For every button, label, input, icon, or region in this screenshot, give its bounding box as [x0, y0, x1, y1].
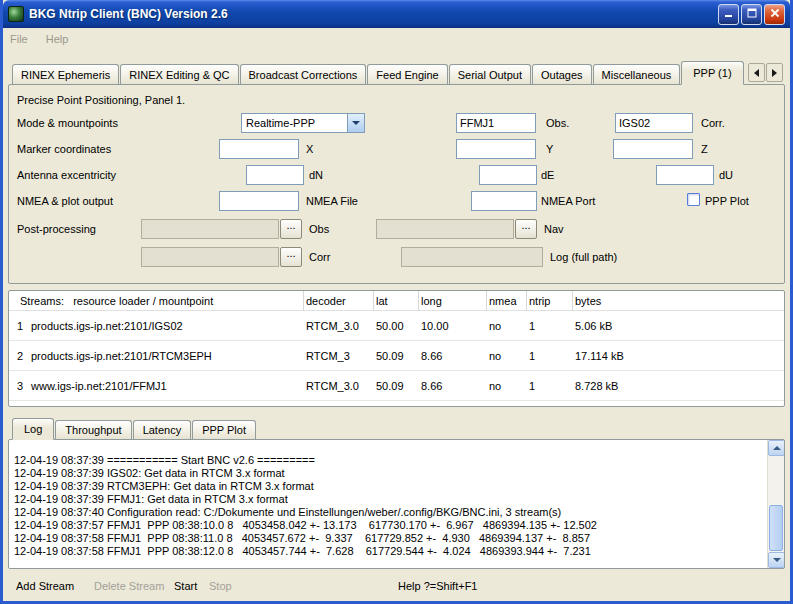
stream-decoder: RTCM_3.0: [304, 380, 374, 392]
post-log-path-input[interactable]: [401, 247, 543, 267]
antenna-excentricity-label: Antenna excentricity: [17, 168, 116, 182]
tab-feed-engine[interactable]: Feed Engine: [367, 64, 447, 84]
mode-mountpoints-label: Mode & mountpoints: [17, 116, 118, 130]
ppp-mode-select[interactable]: Realtime-PPP: [241, 113, 365, 133]
marker-y-input[interactable]: [456, 139, 536, 159]
arrow-left-icon: [754, 69, 759, 77]
marker-x-input[interactable]: [219, 139, 299, 159]
nmea-port-label: NMEA Port: [541, 194, 595, 208]
nmea-plot-output-label: NMEA & plot output: [17, 194, 113, 208]
tab-outages[interactable]: Outages: [532, 64, 592, 84]
stream-row[interactable]: 3 www.igs-ip.net:2101/FFMJ1 RTCM_3.0 50.…: [9, 371, 784, 401]
delete-stream-button[interactable]: Delete Stream: [94, 580, 164, 592]
ppp-plot-label: PPP Plot: [705, 194, 749, 208]
post-nav-label: Nav: [544, 222, 564, 236]
y-label: Y: [546, 142, 553, 156]
stream-row[interactable]: 2 products.igs-ip.net:2101/RTCM3EPH RTCM…: [9, 341, 784, 371]
tab-serial-output[interactable]: Serial Output: [449, 64, 531, 84]
post-obs-path-input[interactable]: [141, 219, 279, 239]
tab-scroll-left-button[interactable]: [748, 63, 765, 82]
top-tab-bar: RINEX Ephemeris RINEX Editing & QC Broad…: [8, 60, 785, 84]
stream-ntrip: 1: [527, 320, 573, 332]
marker-coordinates-label: Marker coordinates: [17, 142, 111, 156]
stream-nmea: no: [487, 320, 527, 332]
dropdown-button[interactable]: [347, 114, 364, 132]
log-content: 12-04-19 08:37:39 =========== Start BNC …: [14, 454, 764, 558]
post-processing-label: Post-processing: [17, 222, 96, 236]
minimize-icon: [724, 8, 734, 20]
tab-throughput[interactable]: Throughput: [55, 420, 131, 439]
nmea-port-input[interactable]: [471, 191, 537, 211]
obs-mountpoint-input[interactable]: [456, 113, 536, 133]
streams-header-row: Streams: resource loader / mountpoint de…: [9, 291, 784, 311]
scroll-down-button[interactable]: [768, 552, 785, 568]
stream-long: 10.00: [419, 320, 487, 332]
tab-miscellaneous[interactable]: Miscellaneous: [593, 64, 681, 84]
post-corr-path-input[interactable]: [141, 247, 279, 267]
row-number: 3: [9, 380, 31, 392]
z-label: Z: [701, 142, 708, 156]
log-line: 12-04-19 08:37:39 RTCM3EPH: Get data in …: [14, 480, 764, 493]
row-number: 2: [9, 350, 31, 362]
stream-nmea: no: [487, 380, 527, 392]
add-stream-button[interactable]: Add Stream: [16, 580, 74, 592]
tab-ppp-1[interactable]: PPP (1): [681, 61, 743, 85]
scrollbar-thumb[interactable]: [769, 505, 783, 551]
stream-long: 8.66: [419, 380, 487, 392]
body-area: RINEX Ephemeris RINEX Editing & QC Broad…: [3, 50, 790, 601]
arrow-right-icon: [772, 69, 777, 77]
post-nav-browse-button[interactable]: ...: [515, 219, 537, 239]
ppp-panel: Precise Point Positioning, Panel 1. Mode…: [8, 84, 785, 284]
ppp-plot-checkbox[interactable]: [687, 193, 700, 206]
app-icon: [8, 6, 24, 22]
menu-help[interactable]: Help: [46, 33, 69, 45]
window-title: BKG Ntrip Client (BNC) Version 2.6: [29, 7, 228, 21]
title-bar[interactable]: BKG Ntrip Client (BNC) Version 2.6: [3, 0, 790, 28]
marker-z-input[interactable]: [613, 139, 693, 159]
row-number: 1: [9, 320, 31, 332]
stream-row[interactable]: 1 products.igs-ip.net:2101/IGS02 RTCM_3.…: [9, 311, 784, 341]
tab-broadcast-corrections[interactable]: Broadcast Corrections: [240, 64, 367, 84]
start-button[interactable]: Start: [174, 580, 197, 592]
post-obs-browse-button[interactable]: ...: [280, 219, 302, 239]
column-header-bytes: bytes: [573, 291, 784, 311]
footer-bar: Add Stream Delete Stream Start Stop Help…: [8, 569, 785, 601]
stream-lat: 50.09: [374, 350, 419, 362]
menu-file[interactable]: File: [10, 33, 28, 45]
menu-bar: File Help: [3, 28, 790, 50]
close-button[interactable]: [764, 4, 785, 25]
streams-table: Streams: resource loader / mountpoint de…: [8, 290, 785, 407]
stream-decoder: RTCM_3.0: [304, 320, 374, 332]
log-scrollbar[interactable]: [767, 440, 784, 568]
column-header-long: long: [419, 291, 487, 311]
scroll-up-button[interactable]: [768, 440, 785, 456]
stream-mountpoint: www.igs-ip.net:2101/FFMJ1: [31, 380, 304, 392]
bottom-tab-bar: Log Throughput Latency PPP Plot: [8, 417, 785, 439]
nmea-file-input[interactable]: [219, 191, 299, 211]
antenna-du-input[interactable]: [656, 165, 714, 185]
maximize-icon: [747, 8, 757, 20]
minimize-button[interactable]: [718, 4, 739, 25]
tab-rinex-ephemeris[interactable]: RINEX Ephemeris: [12, 64, 119, 84]
post-log-label: Log (full path): [550, 250, 617, 264]
column-header-ntrip: ntrip: [527, 291, 573, 311]
x-label: X: [306, 142, 313, 156]
post-obs-label: Obs: [309, 222, 329, 236]
post-corr-browse-button[interactable]: ...: [280, 247, 302, 267]
maximize-button[interactable]: [741, 4, 762, 25]
column-header-lat: lat: [374, 291, 419, 311]
post-nav-path-input[interactable]: [376, 219, 514, 239]
stream-lat: 50.00: [374, 320, 419, 332]
log-line: 12-04-19 08:37:39 FFMJ1: Get data in RTC…: [14, 493, 764, 506]
tab-rinex-editing-qc[interactable]: RINEX Editing & QC: [120, 64, 238, 84]
tab-ppp-plot[interactable]: PPP Plot: [192, 420, 256, 439]
antenna-dn-input[interactable]: [246, 165, 304, 185]
stop-button[interactable]: Stop: [209, 580, 232, 592]
tab-log[interactable]: Log: [12, 418, 54, 440]
corr-mountpoint-input[interactable]: [615, 113, 693, 133]
antenna-de-input[interactable]: [479, 165, 537, 185]
tab-scroll-right-button[interactable]: [766, 63, 783, 82]
tab-latency[interactable]: Latency: [133, 420, 192, 439]
nmea-file-label: NMEA File: [306, 194, 358, 208]
stream-decoder: RTCM_3: [304, 350, 374, 362]
